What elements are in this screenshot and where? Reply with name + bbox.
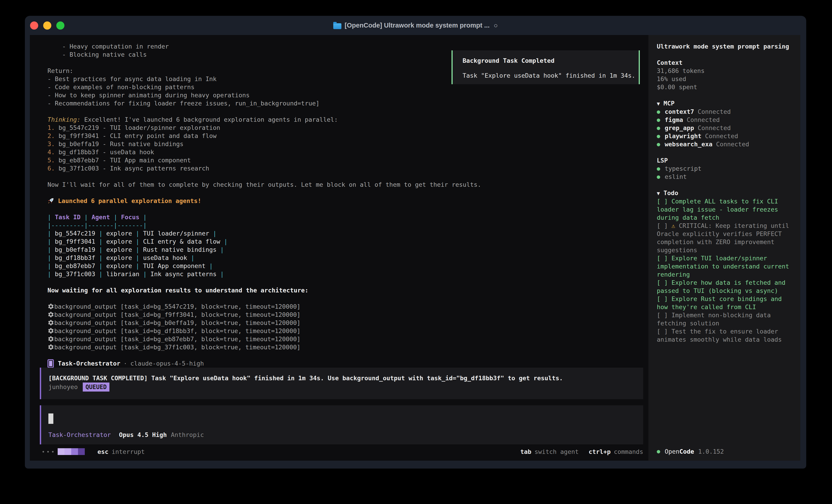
todo-heading: Todo	[664, 190, 678, 196]
agent-icon	[48, 359, 54, 368]
ctrlp-key-label: commands	[614, 448, 643, 455]
traffic-lights	[30, 16, 64, 35]
lsp-item: typescript	[657, 165, 796, 173]
terminal-line: Thinking: Excellent! I've launched 6 bac…	[48, 116, 648, 124]
context-used: 16% used	[657, 75, 796, 83]
terminal-line: 1. bg_5547c219 - TUI loader/spinner expl…	[48, 124, 648, 132]
terminal-line: 2. bg_f9ff3041 - CLI entry point and dat…	[48, 132, 648, 140]
desktop: [OpenCode] Ultrawork mode system prompt …	[0, 0, 832, 504]
todo-item: [ ] Test the fix to ensure loader animat…	[657, 328, 796, 344]
background-task-banner: [BACKGROUND TASK COMPLETED] Task "Explor…	[40, 368, 643, 399]
terminal-line: background_output [task_id=bg_5547c219, …	[48, 303, 648, 311]
terminal-line: | bg_5547c219 | explore | TUI loader/spi…	[48, 229, 648, 237]
lsp-list: typescripteslint	[657, 165, 796, 181]
terminal-line: | bg_df18bb3f | explore | useData hook |	[48, 254, 648, 262]
banner-message: [BACKGROUND TASK COMPLETED] Task "Explor…	[48, 374, 634, 383]
terminal-line	[48, 205, 648, 213]
close-button[interactable]	[30, 22, 38, 30]
connected-dot-icon	[657, 127, 660, 130]
ctrlp-key-hint: ctrl+p	[589, 448, 610, 455]
lsp-section: LSP typescripteslint	[657, 157, 796, 181]
queued-badge: QUEUED	[83, 383, 109, 392]
terminal-window: [OpenCode] Ultrawork mode system prompt …	[25, 16, 806, 469]
terminal-line: - How to keep spinner animating during h…	[48, 91, 648, 100]
terminal-line	[48, 172, 648, 180]
terminal-line: background_output [task_id=bg_eb87ebb7, …	[48, 335, 648, 343]
spinner-trail-dots	[43, 451, 54, 452]
terminal-line: Launched 6 parallel exploration agents!	[48, 197, 648, 205]
agent-model: claude-opus-4-5-high	[130, 360, 204, 368]
input-meta: Task-Orchestrator Opus 4.5 High Anthropi…	[48, 431, 634, 439]
mcp-item: playwrightConnected	[657, 132, 796, 140]
terminal-line	[48, 108, 648, 116]
app-version: 1.0.152	[698, 448, 724, 456]
loading-spinner	[58, 448, 85, 455]
text-cursor	[48, 414, 53, 424]
mcp-item: websearch_exaConnected	[657, 140, 796, 148]
prompt-input[interactable]: Task-Orchestrator Opus 4.5 High Anthropi…	[40, 405, 643, 444]
mcp-item: grep_appConnected	[657, 124, 796, 132]
todo-list: [ ] Complete ALL tasks to fix CLI loader…	[657, 197, 796, 344]
main-pane: Background Task Completed Task "Explore …	[30, 35, 648, 460]
terminal-line: - Code examples of non-blocking patterns	[48, 83, 648, 91]
todo-section: ▼Todo [ ] Complete ALL tasks to fix CLI …	[657, 189, 796, 344]
esc-key-label: interrupt	[112, 448, 145, 455]
zoom-button[interactable]	[56, 22, 64, 30]
terminal-line: | Task ID | Agent | Focus |	[48, 213, 648, 221]
window-content: Background Task Completed Task "Explore …	[30, 35, 800, 460]
terminal-line: | bg_f9ff3041 | explore | CLI entry & da…	[48, 237, 648, 246]
mcp-section: ▼MCP context7ConnectedfigmaConnectedgrep…	[657, 100, 796, 148]
status-dot-icon	[657, 450, 660, 453]
terminal-line: - Recommendations for fixing loader free…	[48, 100, 648, 108]
lsp-heading: LSP	[657, 157, 796, 165]
background-task-notification[interactable]: Background Task Completed Task "Explore …	[451, 50, 640, 84]
collapse-triangle-icon[interactable]: ▼	[657, 101, 660, 107]
notification-body: Task "Explore useData hook" finished in …	[463, 72, 639, 80]
banner-user: junhoyeo	[48, 383, 78, 391]
context-spent: $0.00 spent	[657, 83, 796, 91]
context-tokens: 31,686 tokens	[657, 67, 796, 75]
sidebar-session-title: Ultrawork mode system prompt parsing	[657, 43, 796, 51]
terminal-line: |---------|-------|-------|	[48, 221, 648, 229]
terminal-line: background_output [task_id=bg_f9ff3041, …	[48, 311, 648, 319]
mcp-heading: MCP	[664, 100, 675, 107]
terminal-line: | bg_b0effa19 | explore | Rust native bi…	[48, 246, 648, 254]
connected-dot-icon	[657, 175, 660, 179]
mcp-item: figmaConnected	[657, 116, 796, 124]
context-section: Context 31,686 tokens 16% used $0.00 spe…	[657, 59, 796, 91]
esc-key-hint: esc	[98, 448, 108, 455]
window-title-group: [OpenCode] Ultrawork mode system prompt …	[333, 22, 498, 29]
terminal-line	[48, 295, 648, 303]
collapse-triangle-icon[interactable]: ▼	[657, 190, 660, 196]
todo-item: [ ] Explore how data is fetched and pass…	[657, 279, 796, 295]
brand-code: Code	[679, 448, 694, 456]
todo-item: [ ] Complete ALL tasks to fix CLI loader…	[657, 197, 796, 222]
spinner-circle-icon: ○	[494, 22, 498, 29]
todo-item: [ ] Explore Rust core bindings and how t…	[657, 295, 796, 311]
todo-item: [ ] ⚠ CRITICAL: Keep iterating until Ora…	[657, 222, 796, 254]
separator-dot: ·	[124, 360, 127, 368]
connected-dot-icon	[657, 118, 660, 122]
connected-dot-icon	[657, 135, 660, 138]
todo-item: [ ] Explore TUI loader/spinner implement…	[657, 254, 796, 279]
warning-icon: ⚠	[672, 222, 679, 229]
connected-dot-icon	[657, 167, 660, 171]
terminal-output[interactable]: - Heavy computation in render - Blocking…	[48, 43, 648, 352]
tab-key-label: switch agent	[535, 448, 578, 455]
status-bar: esc interrupt tab switch agent ctrl+p co…	[43, 448, 643, 456]
connected-dot-icon	[657, 143, 660, 146]
titlebar[interactable]: [OpenCode] Ultrawork mode system prompt …	[25, 16, 806, 35]
terminal-line: Now waiting for all exploration results …	[48, 286, 648, 295]
minimize-button[interactable]	[43, 22, 51, 30]
terminal-line: 5. bg_eb87ebb7 - TUI App main component	[48, 156, 648, 164]
terminal-line: background_output [task_id=bg_df18bb3f, …	[48, 327, 648, 335]
connected-dot-icon	[657, 110, 660, 114]
terminal-line: 4. bg_df18bb3f - useData hook	[48, 148, 648, 156]
todo-item: [ ] Implement non-blocking data fetching…	[657, 311, 796, 328]
terminal-line: background_output [task_id=bg_b0effa19, …	[48, 319, 648, 327]
input-agent-name: Task-Orchestrator	[48, 431, 111, 439]
terminal-line	[48, 278, 648, 286]
mcp-item: context7Connected	[657, 108, 796, 116]
terminal-line: - Heavy computation in render	[48, 43, 648, 51]
terminal-line: | bg_eb87ebb7 | explore | TUI App compon…	[48, 262, 648, 270]
